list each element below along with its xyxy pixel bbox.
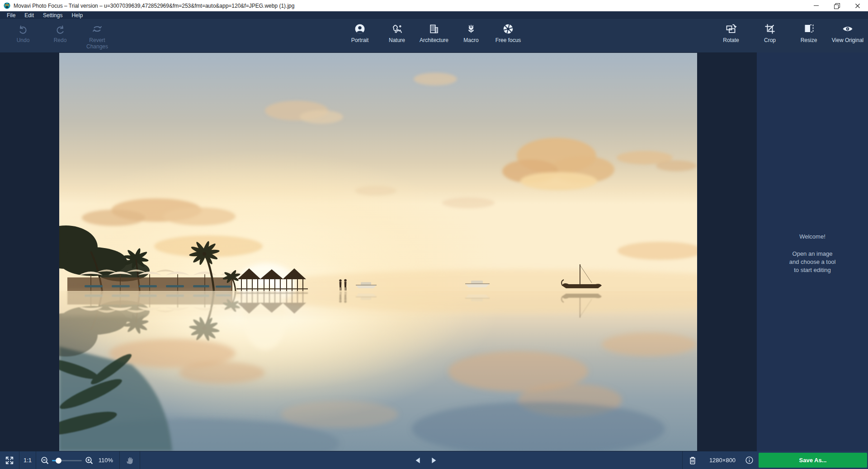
nature-icon bbox=[391, 23, 403, 35]
resize-icon bbox=[803, 23, 815, 35]
welcome-line-2: and choose a tool bbox=[757, 258, 868, 266]
macro-icon bbox=[465, 23, 477, 35]
crop-icon bbox=[764, 23, 776, 35]
close-button[interactable] bbox=[847, 0, 868, 11]
menu-file[interactable]: File bbox=[2, 12, 20, 19]
image-navigation bbox=[412, 451, 439, 469]
fit-to-screen-button[interactable] bbox=[0, 451, 19, 469]
revert-icon bbox=[91, 23, 103, 35]
zoom-level-value: 110% bbox=[96, 457, 115, 464]
rotate-icon bbox=[725, 23, 737, 35]
actual-size-button[interactable]: 1:1 bbox=[19, 451, 36, 469]
portrait-mode-button[interactable]: Portrait bbox=[341, 19, 378, 43]
focus-modes-group: Portrait Nature bbox=[341, 19, 527, 43]
zoom-slider[interactable] bbox=[52, 457, 82, 464]
hand-tool-icon bbox=[125, 456, 134, 465]
trash-icon bbox=[688, 455, 697, 465]
canvas-area bbox=[0, 52, 757, 451]
app-logo-icon bbox=[4, 2, 10, 9]
architecture-label: Architecture bbox=[418, 37, 450, 43]
resize-label: Resize bbox=[793, 37, 825, 43]
previous-image-button[interactable] bbox=[412, 455, 424, 466]
menu-edit[interactable]: Edit bbox=[20, 12, 38, 19]
crop-label: Crop bbox=[754, 37, 786, 43]
hand-tool-button[interactable] bbox=[120, 451, 140, 469]
info-icon bbox=[745, 456, 754, 464]
architecture-mode-button[interactable]: Architecture bbox=[415, 19, 453, 43]
portrait-label: Portrait bbox=[344, 37, 376, 43]
toolbar: Undo Redo Revert Changes bbox=[0, 19, 868, 52]
free-focus-label: Free focus bbox=[492, 37, 524, 43]
redo-button[interactable]: Redo bbox=[42, 19, 79, 52]
save-as-button[interactable]: Save As... bbox=[759, 453, 867, 468]
zoom-in-button[interactable] bbox=[85, 456, 94, 465]
image-info-button[interactable] bbox=[742, 456, 756, 464]
delete-image-button[interactable] bbox=[683, 451, 703, 469]
minimize-button[interactable] bbox=[806, 0, 826, 11]
rotate-button[interactable]: Rotate bbox=[712, 19, 750, 52]
photo-canvas[interactable] bbox=[59, 53, 697, 451]
free-focus-mode-button[interactable]: Free focus bbox=[490, 19, 527, 43]
next-icon bbox=[429, 456, 438, 464]
welcome-line-3: to start editing bbox=[757, 266, 868, 274]
window-title: Movavi Photo Focus – Trial version – u=3… bbox=[14, 3, 806, 9]
menu-settings[interactable]: Settings bbox=[38, 12, 67, 19]
portrait-icon bbox=[354, 23, 366, 35]
sidebar-panel: Welcome! Open an image and choose a tool… bbox=[757, 52, 868, 451]
statusbar-divider bbox=[140, 451, 140, 469]
transform-group: Rotate Crop Resize bbox=[712, 19, 867, 52]
welcome-title: Welcome! bbox=[757, 233, 868, 240]
zoom-out-icon bbox=[40, 456, 49, 465]
menu-bar: File Edit Settings Help bbox=[0, 11, 868, 19]
zoom-in-icon bbox=[85, 456, 94, 465]
free-focus-icon bbox=[502, 23, 514, 35]
redo-label: Redo bbox=[44, 37, 76, 43]
restore-button[interactable] bbox=[826, 0, 847, 11]
zoom-out-button[interactable] bbox=[40, 456, 49, 465]
undo-button[interactable]: Undo bbox=[5, 19, 42, 52]
macro-mode-button[interactable]: Macro bbox=[453, 19, 490, 43]
close-icon bbox=[855, 3, 860, 9]
resize-button[interactable]: Resize bbox=[789, 19, 828, 52]
welcome-message: Welcome! Open an image and choose a tool… bbox=[757, 233, 868, 274]
macro-label: Macro bbox=[455, 37, 487, 43]
window-controls bbox=[806, 0, 868, 11]
history-group: Undo Redo Revert Changes bbox=[5, 19, 116, 52]
previous-icon bbox=[414, 456, 422, 464]
main-area: Welcome! Open an image and choose a tool… bbox=[0, 52, 868, 451]
next-image-button[interactable] bbox=[428, 455, 439, 466]
view-original-label: View Original bbox=[831, 37, 864, 43]
redo-icon bbox=[54, 23, 66, 35]
zoom-controls: 110% bbox=[36, 456, 119, 465]
fit-to-screen-icon bbox=[5, 456, 14, 465]
status-bar: 1:1 110% bbox=[0, 451, 868, 469]
nature-label: Nature bbox=[381, 37, 413, 43]
menu-help[interactable]: Help bbox=[67, 12, 87, 19]
nature-mode-button[interactable]: Nature bbox=[378, 19, 415, 43]
view-original-button[interactable]: View Original bbox=[828, 19, 867, 52]
restore-icon bbox=[834, 3, 840, 9]
image-dimensions: 1280×800 bbox=[703, 457, 742, 464]
crop-button[interactable]: Crop bbox=[750, 19, 789, 52]
view-original-icon bbox=[842, 23, 854, 35]
revert-label: Revert Changes bbox=[81, 37, 113, 50]
title-bar: Movavi Photo Focus – Trial version – u=3… bbox=[0, 0, 868, 11]
minimize-icon bbox=[814, 5, 819, 6]
welcome-line-1: Open an image bbox=[757, 250, 868, 258]
rotate-label: Rotate bbox=[715, 37, 747, 43]
zoom-slider-handle[interactable] bbox=[56, 458, 61, 464]
undo-label: Undo bbox=[7, 37, 39, 43]
revert-changes-button[interactable]: Revert Changes bbox=[79, 19, 116, 52]
architecture-icon bbox=[428, 23, 440, 35]
undo-icon bbox=[17, 23, 29, 35]
statusbar-right: 1280×800 Save As... bbox=[682, 451, 868, 469]
